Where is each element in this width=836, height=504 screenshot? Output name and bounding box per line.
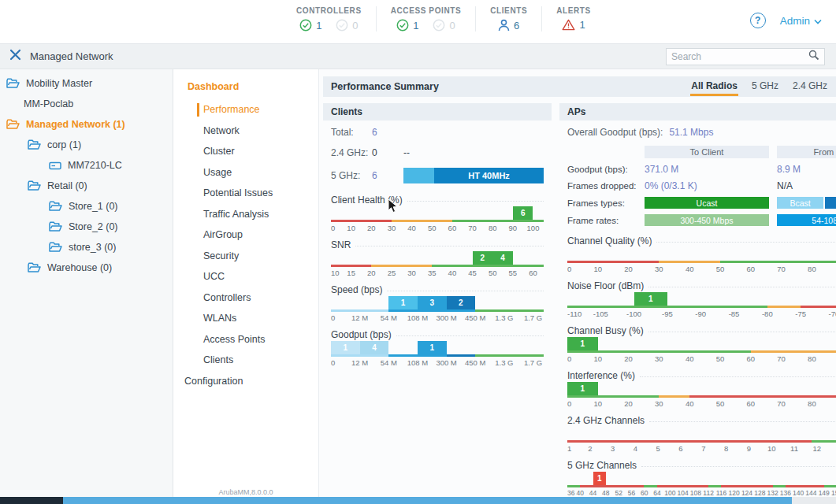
network-tree: Mobility MasterMM-PoclabManaged Network … — [0, 69, 173, 504]
nav-item-security[interactable]: Security — [173, 246, 318, 267]
axis-tick-label: 1 — [567, 444, 571, 453]
axis-tick-label: 36 — [567, 489, 574, 497]
stat-value: 6 — [514, 20, 519, 32]
histogram-bar-channel-busy[interactable]: 1 — [567, 337, 598, 350]
search-icon[interactable] — [808, 50, 819, 64]
chart-leader-line — [640, 376, 836, 377]
nav-item-usage[interactable]: Usage — [173, 162, 318, 183]
stat-item[interactable]: 1 — [562, 19, 585, 31]
stat-item[interactable]: 1 — [299, 19, 321, 32]
axis-tick-label: 48 — [602, 489, 609, 497]
axis-tick-label: 450 M — [465, 358, 485, 367]
tree-item-store-1-0[interactable]: Store_1 (0) — [0, 196, 173, 217]
cell-to-client[interactable]: 371.0 M — [645, 164, 769, 175]
tree-item-store-2-0[interactable]: Store_2 (0) — [0, 217, 173, 237]
cell-from-client[interactable]: 8.9 M — [777, 164, 836, 175]
nav-item-configuration[interactable]: Configuration — [173, 371, 318, 392]
tree-item-store-3-0[interactable]: store_3 (0) — [0, 237, 173, 258]
frames-types-from-bar-bcast[interactable]: Bcast — [777, 197, 823, 209]
axis-tick-label: -100 — [626, 309, 641, 318]
axis-tick-label: -80 — [762, 309, 773, 318]
tree-item-warehouse-0[interactable]: Warehouse (0) — [0, 258, 173, 278]
chart-title: Client Health (%) — [331, 195, 403, 206]
nav-item-wlans[interactable]: WLANs — [173, 308, 318, 329]
axis-tick-label: 0 — [331, 224, 335, 232]
total-value[interactable]: 6 — [372, 127, 403, 138]
nav-item-cluster[interactable]: Cluster — [173, 141, 318, 162]
search-input[interactable] — [671, 51, 808, 62]
horizontal-scrollbar[interactable] — [0, 497, 836, 504]
tree-item-mm-poclab[interactable]: MM-Poclab — [0, 94, 173, 114]
stat-item[interactable]: 0 — [433, 19, 455, 32]
frame-rates-to-bar-300-450-mbps[interactable]: 300-450 Mbps — [645, 214, 769, 226]
tree-item-label: corp (1) — [47, 139, 81, 150]
histogram-bar-channels-5[interactable]: 1 — [593, 472, 606, 485]
tree-item-managed-network-1[interactable]: Managed Network (1) — [0, 114, 173, 135]
axis-tick-label: 10 — [594, 265, 603, 273]
frame-rates-from-bar-54-108-mbps[interactable]: 54-108 Mbps — [777, 214, 836, 226]
histogram-bar-snr[interactable]: 2 — [473, 251, 493, 265]
axis-tick-label: 10 — [347, 224, 355, 232]
nav-item-airgroup[interactable]: AirGroup — [173, 224, 318, 246]
search-box — [666, 48, 825, 65]
tree-item-retail-0[interactable]: Retail (0) — [0, 176, 173, 196]
frames-types-to-bar-ucast[interactable]: Ucast — [645, 197, 769, 209]
alert-triangle-icon — [562, 19, 575, 31]
tab-5-ghz[interactable]: 5 GHz — [751, 78, 779, 96]
axis-tick-label: 52 — [615, 489, 622, 497]
stat-item[interactable]: 0 — [336, 19, 358, 32]
axis-tick-label: 35 — [428, 269, 437, 277]
axis-tick-label: 70 — [777, 354, 786, 363]
scrollbar-thumb[interactable] — [63, 497, 792, 504]
histogram-bar-speed[interactable]: 3 — [418, 296, 447, 309]
histogram-bar-client-health[interactable]: 6 — [513, 206, 533, 220]
user-menu[interactable]: Admin — [780, 15, 822, 27]
tab-2-4-ghz[interactable]: 2.4 GHz — [792, 78, 828, 96]
stat-item[interactable]: 6 — [498, 19, 519, 32]
tree-item-mm7210-lc[interactable]: MM7210-LC — [0, 155, 173, 176]
frames-types-from-bar-mcast[interactable]: Mcast — [825, 197, 836, 209]
tree-item-label: Store_1 (0) — [69, 201, 118, 212]
check-circle-icon — [396, 19, 409, 32]
nav-item-ucc[interactable]: UCC — [173, 266, 318, 287]
frame-rates-to-bar: 300-450 Mbps — [645, 214, 769, 226]
dashboard-nav: Dashboard PerformanceNetworkClusterUsage… — [173, 69, 319, 504]
histogram-bar-snr[interactable]: 4 — [492, 251, 513, 265]
tree-item-mobility-master[interactable]: Mobility Master — [0, 73, 173, 94]
axis-tick-label: 3 — [611, 444, 615, 453]
histogram-bar-goodput[interactable]: 1 — [418, 341, 447, 354]
axis-tick-label: 10 — [767, 444, 776, 453]
user-menu-label: Admin — [780, 15, 810, 27]
axis-tick-label: 80 — [489, 224, 497, 232]
axis-tick-label: 60 — [448, 224, 457, 232]
cell-to-client[interactable]: 0% (0/3.1 K) — [645, 180, 769, 191]
histogram-bar-goodput[interactable]: 4 — [360, 341, 389, 354]
stat-item[interactable]: 1 — [396, 19, 418, 32]
overall-goodput-value[interactable]: 51.1 Mbps — [669, 127, 713, 138]
tab-all-radios[interactable]: All Radios — [690, 78, 738, 96]
stat-group-clients: CLIENTS6 — [476, 6, 542, 32]
histogram-bar-speed[interactable]: 1 — [388, 296, 418, 309]
histogram-bar-interference[interactable]: 1 — [567, 382, 598, 395]
histogram-bar-goodput[interactable]: 1 — [331, 341, 360, 354]
folder-icon — [28, 139, 41, 150]
histogram-bar-speed[interactable]: 2 — [447, 296, 476, 309]
close-icon[interactable] — [9, 49, 21, 64]
nav-item-performance[interactable]: Performance — [173, 99, 318, 120]
axis-tick-label: 50 — [489, 269, 497, 277]
nav-item-controllers[interactable]: Controllers — [173, 287, 318, 309]
axis-tick-label: 70 — [777, 399, 786, 408]
nav-section-dashboard[interactable]: Dashboard — [173, 69, 318, 99]
histogram-bar-noise-floor[interactable]: 1 — [634, 292, 667, 306]
nav-item-clients[interactable]: Clients — [173, 350, 318, 371]
ht-mode-bar[interactable]: HT 40MHz — [403, 168, 544, 183]
band5-value[interactable]: 6 — [372, 170, 403, 181]
nav-item-network[interactable]: Network — [173, 120, 318, 142]
axis-tick-label: 40 — [686, 265, 694, 273]
nav-item-access-points[interactable]: Access Points — [173, 329, 318, 350]
help-icon[interactable]: ? — [750, 13, 766, 28]
nav-item-potential-issues[interactable]: Potential Issues — [173, 183, 318, 204]
column-header-from-client: From Client — [777, 146, 836, 158]
nav-item-traffic-analysis[interactable]: Traffic Analysis — [173, 204, 318, 225]
tree-item-corp-1[interactable]: corp (1) — [0, 135, 173, 155]
